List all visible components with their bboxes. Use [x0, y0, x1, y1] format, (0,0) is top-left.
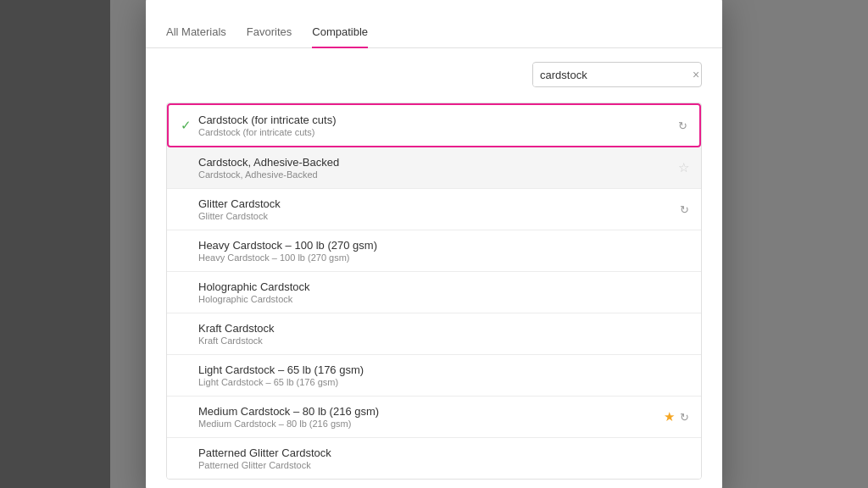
list-item[interactable]: Holographic Cardstock Holographic Cardst…: [167, 272, 701, 313]
modal-body: × ✓ Cardstock (for intricate cuts) Cards…: [146, 48, 722, 488]
item-name: Light Cardstock – 65 lb (176 gsm): [198, 363, 689, 376]
item-icons: ↻: [678, 119, 687, 132]
list-item[interactable]: ✓ Cardstock (for intricate cuts) Cardsto…: [167, 103, 701, 147]
item-sub: Cardstock, Adhesive-Backed: [198, 169, 678, 180]
item-sub: Cardstock (for intricate cuts): [198, 127, 678, 137]
search-clear-button[interactable]: ×: [689, 68, 702, 81]
list-item[interactable]: Light Cardstock – 65 lb (176 gsm) Light …: [167, 355, 701, 396]
item-name: Cardstock (for intricate cuts): [198, 114, 678, 126]
item-text: Kraft Cardstock Kraft Cardstock: [198, 322, 689, 346]
item-text: Cardstock, Adhesive-Backed Cardstock, Ad…: [198, 156, 678, 180]
item-sub: Medium Cardstock – 80 lb (216 gsm): [198, 419, 664, 429]
item-text: Light Cardstock – 65 lb (176 gsm) Light …: [198, 363, 689, 387]
star-filled-icon[interactable]: ★: [664, 409, 675, 424]
item-sub: Light Cardstock – 65 lb (176 gsm): [198, 377, 689, 387]
item-sub: Patterned Glitter Cardstock: [198, 460, 689, 470]
tab-compatible[interactable]: Compatible: [312, 25, 368, 48]
item-name: Patterned Glitter Cardstock: [198, 446, 689, 459]
search-input[interactable]: [533, 64, 689, 86]
search-row: ×: [166, 62, 702, 87]
refresh-icon[interactable]: ↻: [678, 119, 687, 132]
list-item[interactable]: Patterned Glitter Cardstock Patterned Gl…: [167, 438, 701, 479]
star-empty-icon[interactable]: ☆: [678, 160, 689, 175]
tabs-container: All Materials Favorites Compatible: [146, 12, 722, 48]
check-icon: ✓: [181, 118, 192, 133]
refresh-icon[interactable]: ↻: [680, 203, 689, 216]
list-item[interactable]: Heavy Cardstock – 100 lb (270 gsm) Heavy…: [167, 230, 701, 272]
item-text: Holographic Cardstock Holographic Cardst…: [198, 280, 689, 304]
tab-all-materials[interactable]: All Materials: [166, 25, 226, 48]
item-sub: Kraft Cardstock: [198, 336, 689, 346]
item-icons: ★↻: [664, 409, 689, 424]
item-name: Cardstock, Adhesive-Backed: [198, 156, 678, 169]
item-sub: Glitter Cardstock: [198, 211, 680, 221]
item-name: Kraft Cardstock: [198, 322, 689, 335]
list-item[interactable]: Glitter Cardstock Glitter Cardstock ↻: [167, 189, 701, 230]
search-box: ×: [532, 62, 702, 87]
refresh-icon[interactable]: ↻: [680, 411, 689, 424]
item-name: Holographic Cardstock: [198, 280, 689, 293]
tab-favorites[interactable]: Favorites: [247, 25, 292, 48]
close-button[interactable]: [702, 0, 709, 7]
list-item[interactable]: Medium Cardstock – 80 lb (216 gsm) Mediu…: [167, 396, 701, 438]
modal-header: [146, 0, 722, 12]
item-name: Heavy Cardstock – 100 lb (270 gsm): [198, 239, 689, 252]
item-name: Glitter Cardstock: [198, 197, 680, 210]
materials-list: ✓ Cardstock (for intricate cuts) Cardsto…: [166, 103, 702, 480]
item-text: Heavy Cardstock – 100 lb (270 gsm) Heavy…: [198, 239, 689, 263]
item-text: Cardstock (for intricate cuts) Cardstock…: [198, 114, 678, 137]
item-text: Glitter Cardstock Glitter Cardstock: [198, 197, 680, 221]
list-item[interactable]: Kraft Cardstock Kraft Cardstock: [167, 313, 701, 355]
list-item[interactable]: Cardstock, Adhesive-Backed Cardstock, Ad…: [167, 147, 701, 189]
item-text: Patterned Glitter Cardstock Patterned Gl…: [198, 446, 689, 470]
item-icons: ☆: [678, 160, 689, 175]
item-name: Medium Cardstock – 80 lb (216 gsm): [198, 405, 664, 418]
all-materials-modal: All Materials Favorites Compatible × ✓ C…: [146, 0, 722, 488]
item-icons: ↻: [680, 203, 689, 216]
item-sub: Heavy Cardstock – 100 lb (270 gsm): [198, 252, 689, 263]
item-text: Medium Cardstock – 80 lb (216 gsm) Mediu…: [198, 405, 664, 429]
item-sub: Holographic Cardstock: [198, 294, 689, 304]
